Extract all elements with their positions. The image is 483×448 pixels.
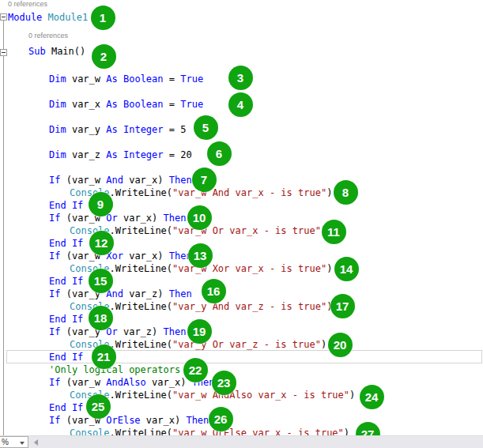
annotation-badge-7: 7: [192, 168, 217, 192]
code-line-9: End If: [49, 199, 83, 212]
code-token: [118, 149, 123, 160]
code-token: Dim: [49, 124, 66, 135]
code-token: Then: [164, 213, 187, 224]
code-line-22: 'Only logical operators: [49, 363, 180, 376]
code-line-2: Sub Main(): [28, 45, 85, 58]
code-token: Dim: [49, 99, 66, 110]
code-token: Then: [169, 175, 192, 186]
code-token: var_w: [66, 73, 107, 85]
code-token: Then: [169, 288, 192, 299]
code-token: Module1: [48, 12, 89, 23]
codelens-references-2[interactable]: 0 references: [28, 32, 68, 40]
scroll-left-button[interactable]: [30, 437, 42, 448]
code-token: Main(): [46, 46, 86, 57]
collapse-module-icon[interactable]: [0, 13, 7, 21]
code-line-1: Module Module1: [8, 11, 88, 24]
horizontal-scrollbar[interactable]: %: [0, 435, 483, 448]
annotation-badge-18: 18: [89, 306, 113, 330]
code-token: Dim: [49, 73, 66, 85]
code-token: .WriteLine(: [110, 263, 172, 274]
annotation-badge-12: 12: [89, 231, 114, 255]
annotation-badge-3: 3: [228, 66, 253, 90]
code-token: End If: [49, 352, 83, 363]
code-token: As: [106, 73, 117, 85]
annotation-badge-13: 13: [188, 243, 213, 268]
annotation-badge-21: 21: [92, 344, 116, 369]
code-token: 'Only logical operators: [49, 364, 180, 375]
annotation-badge-22: 22: [183, 358, 208, 382]
code-token: .WriteLine(: [110, 339, 172, 350]
code-token: As: [106, 124, 117, 135]
code-token: OrElse: [106, 415, 140, 426]
annotation-badge-14: 14: [334, 257, 359, 281]
annotation-badge-11: 11: [322, 220, 346, 244]
code-token: ): [349, 390, 355, 401]
annotation-badge-16: 16: [202, 279, 226, 303]
code-line-21: End If: [49, 351, 83, 363]
code-line-25: End If: [49, 401, 83, 414]
code-token: =: [164, 73, 181, 85]
code-token: Sub: [28, 46, 46, 57]
annotation-badge-20: 20: [328, 333, 353, 357]
code-token: var_x): [118, 213, 164, 224]
code-token: If: [49, 415, 60, 426]
code-token: Boolean: [123, 73, 164, 85]
code-line-15: End If: [49, 275, 83, 288]
annotation-badge-10: 10: [187, 205, 212, 230]
code-token: = 20: [164, 149, 192, 160]
code-token: (var_w: [60, 377, 106, 388]
annotation-badge-5: 5: [194, 115, 218, 140]
code-token: Then: [186, 415, 209, 426]
code-token: If: [49, 326, 60, 337]
code-token: (var_w: [60, 175, 106, 186]
code-token: .WriteLine(: [110, 390, 172, 401]
outline-guide-line: [3, 21, 4, 435]
code-token: var_x): [123, 250, 169, 262]
code-token: ): [326, 263, 332, 274]
code-token: End If: [49, 238, 83, 249]
code-token: ): [326, 187, 332, 198]
code-token: .WriteLine(: [110, 225, 172, 236]
code-token: var_x): [141, 415, 187, 426]
code-token: If: [49, 175, 60, 186]
code-token: If: [49, 250, 60, 262]
code-line-19: If (var_y Or var_z) Then: [49, 326, 186, 338]
annotation-badge-19: 19: [187, 319, 212, 344]
code-line-3: Dim var_w As Boolean = True: [49, 73, 203, 85]
code-token: If: [49, 377, 60, 388]
collapse-sub-icon[interactable]: [0, 49, 7, 56]
code-token: var_x: [66, 99, 107, 110]
code-token: Then: [164, 326, 187, 337]
code-token: As: [106, 99, 117, 110]
annotation-badge-9: 9: [89, 192, 113, 216]
code-token: var_z): [118, 326, 164, 337]
code-token: [118, 73, 123, 85]
annotation-badge-25: 25: [86, 394, 111, 419]
annotation-badge-1: 1: [91, 6, 115, 30]
codelens-references-1[interactable]: 0 references: [8, 0, 47, 8]
code-token: Boolean: [123, 99, 164, 110]
code-token: As: [106, 149, 117, 160]
chevron-down-icon: [20, 442, 25, 445]
code-line-12: End If: [49, 237, 83, 250]
zoom-level-label: %: [0, 438, 9, 446]
code-token: [118, 99, 123, 110]
zoom-level-dropdown[interactable]: %: [0, 436, 28, 448]
annotation-badge-24: 24: [360, 385, 384, 409]
annotation-badge-17: 17: [330, 294, 355, 318]
annotation-badge-2: 2: [92, 44, 116, 69]
code-token: End If: [49, 402, 83, 413]
code-token: Dim: [49, 149, 66, 160]
code-line-13: If (var_w Xor var_x) Then: [49, 250, 192, 262]
code-token: True: [180, 99, 203, 110]
code-token: var_z): [123, 288, 169, 299]
code-token: Integer: [123, 124, 164, 135]
code-line-26: If (var_w OrElse var_x) Then: [49, 414, 209, 427]
code-token: [42, 12, 47, 23]
code-line-4: Dim var_x As Boolean = True: [49, 98, 203, 111]
code-token: End If: [49, 314, 83, 325]
code-token: If: [49, 213, 60, 224]
code-line-16: If (var_y And var_z) Then: [49, 288, 192, 300]
code-token: var_x): [146, 377, 192, 388]
annotation-badge-4: 4: [228, 92, 253, 117]
